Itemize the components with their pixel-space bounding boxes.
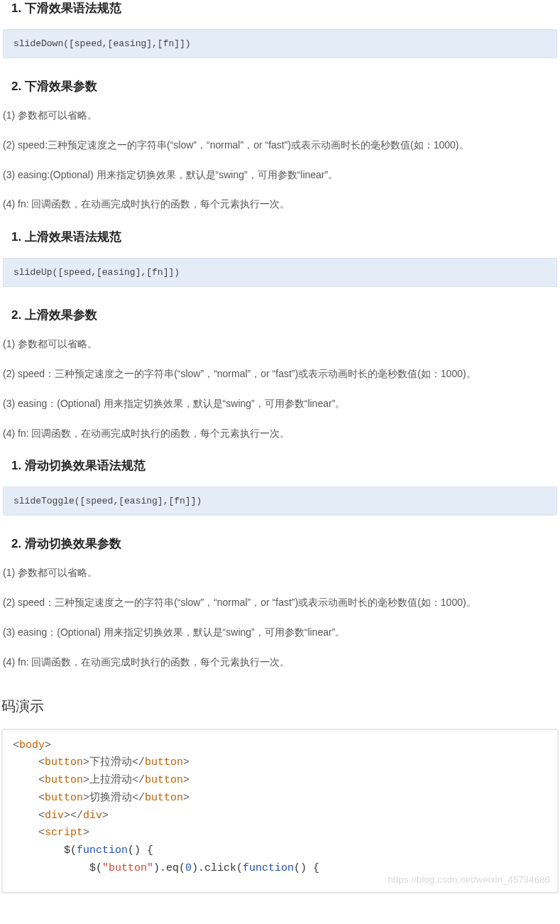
slidetoggle-param-1: (1) 参数都可以省略。 [3, 565, 559, 582]
slidedown-param-2: (2) speed:三种预定速度之一的字符串(“slow”，“normal”，o… [3, 137, 559, 154]
heading-slidetoggle-params: 2. 滑动切换效果参数 [11, 536, 559, 552]
slidetoggle-param-2: (2) speed：三种预定速度之一的字符串(“slow”，“normal”，o… [3, 594, 559, 612]
code-line-6: $(function() { [13, 842, 547, 860]
slideup-param-4: (4) fn: 回调函数，在动画完成时执行的函数，每个元素执行一次。 [3, 425, 559, 442]
code-line-3: <button>切换滑动</button> [13, 790, 547, 808]
slidedown-param-4: (4) fn: 回调函数，在动画完成时执行的函数，每个元素执行一次。 [3, 196, 559, 213]
code-slideup-syntax: slideUp([speed,[easing],[fn]]) [3, 258, 557, 287]
slideup-param-1: (1) 参数都可以省略。 [3, 336, 559, 353]
code-line-5: <script> [13, 825, 547, 842]
heading-slidedown-params: 2. 下滑效果参数 [11, 78, 559, 94]
code-slidedown-syntax: slideDown([speed,[easing],[fn]]) [3, 29, 557, 58]
heading-slidedown-syntax: 1. 下滑效果语法规范 [11, 0, 559, 16]
code-editor: <body> <button>下拉滑动</button> <button>上拉滑… [1, 729, 559, 893]
watermark-text: https://blog.csdn.net/weixin_45734686 [388, 872, 550, 887]
code-slidetoggle-syntax: slideToggle([speed,[easing],[fn]]) [3, 487, 557, 516]
slideup-param-3: (3) easing：(Optional) 用来指定切换效果，默认是“swing… [3, 396, 559, 413]
heading-slidetoggle-syntax: 1. 滑动切换效果语法规范 [11, 457, 559, 474]
code-line-1: <button>下拉滑动</button> [13, 754, 547, 772]
code-line-0: <body> [13, 737, 547, 755]
heading-slideup-syntax: 1. 上滑效果语法规范 [11, 229, 559, 245]
demo-heading: 码演示 [1, 697, 559, 716]
slidedown-param-1: (1) 参数都可以省略。 [3, 107, 559, 124]
slidetoggle-param-4: (4) fn: 回调函数，在动画完成时执行的函数，每个元素执行一次。 [3, 654, 559, 671]
slidetoggle-param-3: (3) easing：(Optional) 用来指定切换效果，默认是“swing… [3, 624, 559, 641]
heading-slideup-params: 2. 上滑效果参数 [11, 307, 559, 323]
slidedown-param-3: (3) easing:(Optional) 用来指定切换效果，默认是“swing… [3, 167, 559, 184]
code-line-2: <button>上拉滑动</button> [13, 772, 547, 790]
code-line-4: <div></div> [13, 808, 547, 825]
slideup-param-2: (2) speed：三种预定速度之一的字符串(“slow”，“normal”，o… [3, 366, 559, 383]
